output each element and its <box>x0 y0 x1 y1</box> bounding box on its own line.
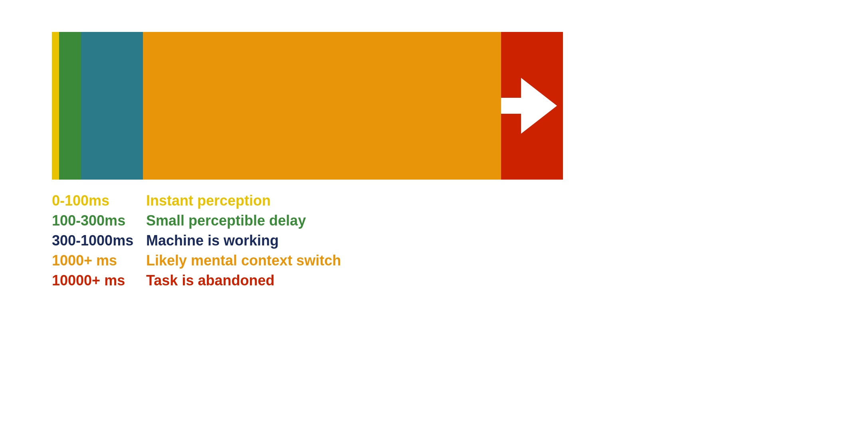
legend-desc-1: Small perceptible delay <box>146 212 306 229</box>
segment-300-1000ms <box>81 32 143 180</box>
legend-item-4: 10000+ ms Task is abandoned <box>52 272 563 289</box>
legend-desc-3: Likely mental context switch <box>146 252 341 269</box>
legend-range-1: 100-300ms <box>52 212 140 229</box>
legend-range-4: 10000+ ms <box>52 272 140 289</box>
legend-item-3: 1000+ ms Likely mental context switch <box>52 252 563 269</box>
segment-0-100ms <box>52 32 59 180</box>
legend-range-0: 0-100ms <box>52 192 140 209</box>
legend-range-2: 300-1000ms <box>52 232 140 249</box>
legend-item-2: 300-1000ms Machine is working <box>52 232 563 249</box>
legend-item-1: 100-300ms Small perceptible delay <box>52 212 563 229</box>
arrow-container <box>501 32 563 180</box>
timeline-bar <box>52 32 563 180</box>
legend-desc-4: Task is abandoned <box>146 272 274 289</box>
legend-item-0: 0-100ms Instant perception <box>52 192 563 209</box>
legend-desc-0: Instant perception <box>146 192 271 209</box>
segment-10000plus <box>501 32 563 180</box>
segment-1000plus <box>143 32 501 180</box>
arrow-head <box>521 78 557 134</box>
segment-100-300ms <box>59 32 81 180</box>
main-container: 0-100ms Instant perception 100-300ms Sma… <box>52 32 563 289</box>
legend: 0-100ms Instant perception 100-300ms Sma… <box>52 192 563 289</box>
legend-desc-2: Machine is working <box>146 232 279 249</box>
legend-range-3: 1000+ ms <box>52 252 140 269</box>
